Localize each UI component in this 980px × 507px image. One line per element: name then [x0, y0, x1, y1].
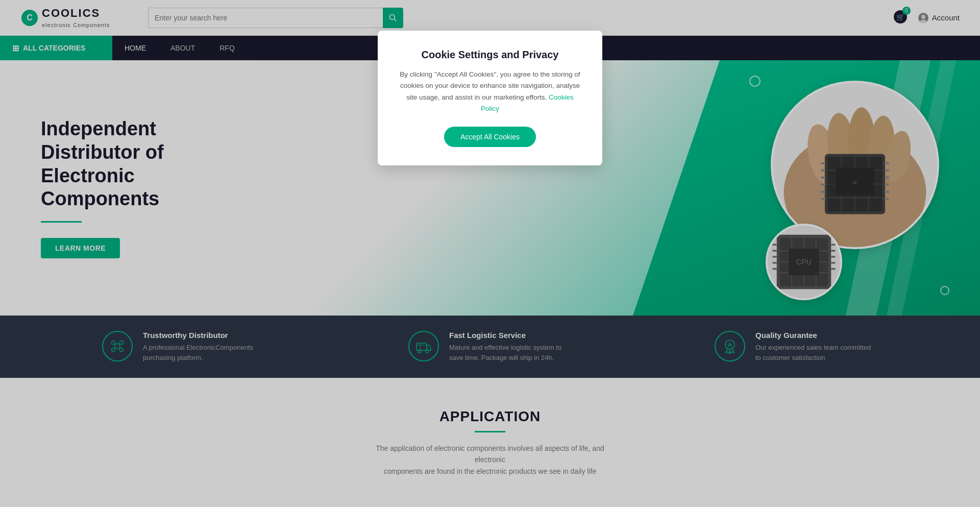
cookie-modal-overlay: Cookie Settings and Privacy By clicking …: [0, 0, 980, 497]
cookie-title: Cookie Settings and Privacy: [398, 49, 582, 61]
accept-cookies-button[interactable]: Accept All Cookies: [444, 127, 536, 147]
cookie-modal: Cookie Settings and Privacy By clicking …: [378, 31, 602, 165]
cookie-body: By clicking "Accept All Cookies", you ag…: [398, 69, 582, 114]
